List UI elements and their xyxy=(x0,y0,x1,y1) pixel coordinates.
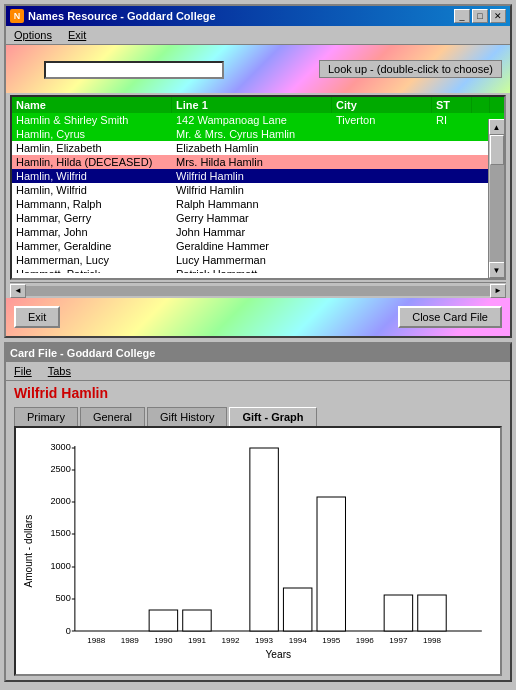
svg-text:2500: 2500 xyxy=(50,464,70,474)
table-row[interactable]: Hammett, PatrickPatrick Hammett xyxy=(12,267,504,273)
cell-city xyxy=(332,127,432,141)
scroll-right-button[interactable]: ► xyxy=(490,284,506,298)
title-buttons: _ □ ✕ xyxy=(454,9,506,23)
col-st: ST xyxy=(432,97,472,113)
cell-city xyxy=(332,267,432,273)
cell-city: Tiverton xyxy=(332,113,432,127)
names-resource-window: N Names Resource - Goddard College _ □ ✕… xyxy=(4,4,512,338)
cell-st xyxy=(432,127,472,141)
cell-name: Hammar, Gerry xyxy=(12,211,172,225)
table-row[interactable]: Hammann, RalphRalph Hammann xyxy=(12,197,504,211)
tab-gift-history[interactable]: Gift History xyxy=(147,407,227,426)
cell-name: Hammar, John xyxy=(12,225,172,239)
cell-st: RI xyxy=(432,113,472,127)
svg-text:2000: 2000 xyxy=(50,496,70,506)
scroll-thumb[interactable] xyxy=(490,135,504,165)
table-row[interactable]: Hamlin, CyrusMr. & Mrs. Cyrus Hamlin xyxy=(12,127,504,141)
person-name: Wilfrid Hamlin xyxy=(14,385,502,401)
cell-st xyxy=(432,211,472,225)
cell-st xyxy=(432,267,472,273)
cell-name: Hammann, Ralph xyxy=(12,197,172,211)
table-row[interactable]: Hamlin, Hilda (DECEASED)Mrs. Hilda Hamli… xyxy=(12,155,504,169)
maximize-button[interactable]: □ xyxy=(472,9,488,23)
svg-rect-27 xyxy=(250,448,278,631)
title-bar: N Names Resource - Goddard College _ □ ✕ xyxy=(6,6,510,26)
banner: Look up - (double-click to choose) xyxy=(6,45,510,93)
svg-text:1997: 1997 xyxy=(389,636,408,645)
col-city: City xyxy=(332,97,432,113)
svg-text:1992: 1992 xyxy=(222,636,241,645)
search-input[interactable] xyxy=(44,61,224,79)
vertical-scrollbar[interactable]: ▲ ▼ xyxy=(488,119,504,278)
cell-st xyxy=(432,253,472,267)
svg-text:1995: 1995 xyxy=(322,636,341,645)
options-menu[interactable]: Options xyxy=(10,28,56,42)
cell-st xyxy=(432,155,472,169)
svg-text:1989: 1989 xyxy=(121,636,140,645)
cell-line1: Wilfrid Hamlin xyxy=(172,183,332,197)
cell-city xyxy=(332,183,432,197)
exit-button[interactable]: Exit xyxy=(14,306,60,328)
bar-chart: Amount - dollars 0 500 1000 1500 2000 25… xyxy=(24,436,492,666)
cell-city xyxy=(332,155,432,169)
cell-line1: 142 Wampanoag Lane xyxy=(172,113,332,127)
svg-rect-31 xyxy=(317,497,345,631)
scroll-up-button[interactable]: ▲ xyxy=(489,119,505,135)
cell-st xyxy=(432,239,472,253)
cell-line1: Mrs. Hilda Hamlin xyxy=(172,155,332,169)
svg-text:1000: 1000 xyxy=(50,561,70,571)
svg-text:1991: 1991 xyxy=(188,636,207,645)
cell-city xyxy=(332,169,432,183)
svg-text:500: 500 xyxy=(56,593,71,603)
svg-text:1990: 1990 xyxy=(154,636,173,645)
cell-line1: Gerry Hammar xyxy=(172,211,332,225)
svg-rect-35 xyxy=(384,595,412,631)
table-row[interactable]: Hammerman, LucyLucy Hammerman xyxy=(12,253,504,267)
window-title: Names Resource - Goddard College xyxy=(28,10,216,22)
table-row[interactable]: Hammer, GeraldineGeraldine Hammer xyxy=(12,239,504,253)
table-row[interactable]: Hamlin, WilfridWilfrid Hamlin xyxy=(12,169,504,183)
table-row[interactable]: Hammar, GerryGerry Hammar xyxy=(12,211,504,225)
table-row[interactable]: Hamlin, WilfridWilfrid Hamlin xyxy=(12,183,504,197)
tab-primary[interactable]: Primary xyxy=(14,407,78,426)
tab-gift-graph[interactable]: Gift - Graph xyxy=(229,407,316,426)
svg-rect-37 xyxy=(418,595,446,631)
cell-name: Hammerman, Lucy xyxy=(12,253,172,267)
scroll-down-button[interactable]: ▼ xyxy=(489,262,505,278)
minimize-button[interactable]: _ xyxy=(454,9,470,23)
svg-rect-23 xyxy=(183,610,211,631)
lookup-label: Look up - (double-click to choose) xyxy=(319,60,502,78)
names-table: Name Line 1 City ST Hamlin & Shirley Smi… xyxy=(10,95,506,280)
scroll-left-button[interactable]: ◄ xyxy=(10,284,26,298)
table-row[interactable]: Hammar, JohnJohn Hammar xyxy=(12,225,504,239)
cell-city xyxy=(332,211,432,225)
cell-name: Hamlin, Cyrus xyxy=(12,127,172,141)
cell-city xyxy=(332,197,432,211)
cell-st xyxy=(432,197,472,211)
card-title-bar: Card File - Goddard College xyxy=(6,344,510,362)
cell-name: Hammer, Geraldine xyxy=(12,239,172,253)
cell-line1: Geraldine Hammer xyxy=(172,239,332,253)
cell-line1: Ralph Hammann xyxy=(172,197,332,211)
exit-menu[interactable]: Exit xyxy=(64,28,90,42)
svg-text:Years: Years xyxy=(266,649,292,660)
file-menu[interactable]: File xyxy=(10,364,36,378)
horizontal-scrollbar[interactable]: ◄ ► xyxy=(10,282,506,298)
cell-name: Hammett, Patrick xyxy=(12,267,172,273)
tabs-menu[interactable]: Tabs xyxy=(44,364,75,378)
tab-general[interactable]: General xyxy=(80,407,145,426)
cell-name: Hamlin & Shirley Smith xyxy=(12,113,172,127)
close-button[interactable]: ✕ xyxy=(490,9,506,23)
cell-line1: Elizabeth Hamlin xyxy=(172,141,332,155)
close-card-file-button[interactable]: Close Card File xyxy=(398,306,502,328)
cell-name: Hamlin, Wilfrid xyxy=(12,183,172,197)
table-row[interactable]: Hamlin, ElizabethElizabeth Hamlin xyxy=(12,141,504,155)
table-row[interactable]: Hamlin & Shirley Smith142 Wampanoag Lane… xyxy=(12,113,504,127)
svg-text:1988: 1988 xyxy=(87,636,106,645)
col-name: Name xyxy=(12,97,172,113)
cell-name: Hamlin, Hilda (DECEASED) xyxy=(12,155,172,169)
cell-city xyxy=(332,253,432,267)
cell-st xyxy=(432,169,472,183)
svg-text:0: 0 xyxy=(66,626,71,636)
svg-rect-29 xyxy=(283,588,311,631)
